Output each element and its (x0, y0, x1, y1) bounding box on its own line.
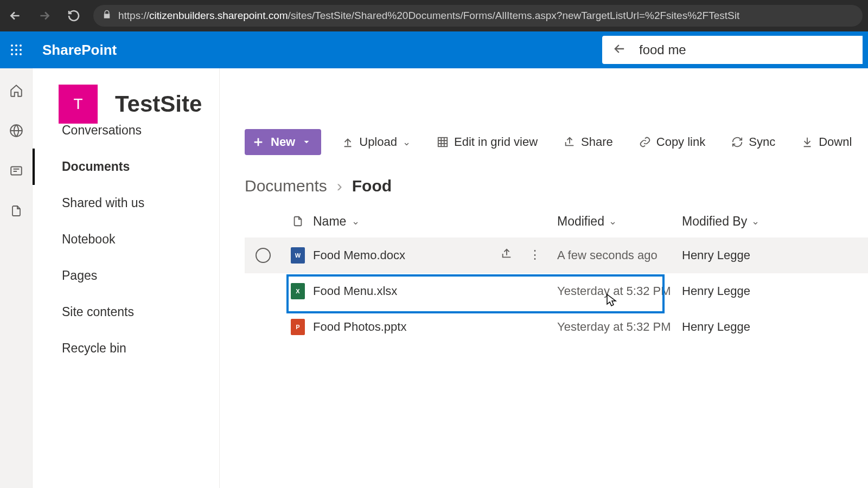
svg-rect-10 (11, 166, 22, 175)
new-button-label: New (271, 135, 295, 149)
svg-point-0 (11, 44, 13, 47)
site-header: T TestSite (59, 85, 202, 124)
command-bar: New Upload ⌄ Edit in grid view Share Cop… (220, 123, 868, 162)
copy-link-button[interactable]: Copy link (634, 131, 711, 153)
lock-icon (102, 10, 112, 22)
main-content: New Upload ⌄ Edit in grid view Share Cop… (220, 68, 868, 488)
modified-cell: Yesterday at 5:32 PM (557, 284, 682, 298)
site-logo[interactable]: T (59, 85, 98, 124)
svg-point-6 (11, 53, 13, 55)
file-name[interactable]: Food Photos.pptx (313, 320, 406, 334)
excel-file-icon: X (291, 283, 305, 299)
back-button[interactable] (5, 6, 25, 25)
nav-item-notebook[interactable]: Notebook (33, 221, 219, 258)
svg-point-1 (15, 44, 17, 47)
column-modified-by[interactable]: Modified By⌄ (682, 214, 807, 229)
nav-item-documents[interactable]: Documents (33, 149, 219, 185)
breadcrumb-current: Food (352, 177, 392, 195)
svg-point-5 (20, 49, 22, 51)
svg-point-2 (20, 44, 22, 47)
news-icon[interactable] (9, 164, 23, 180)
file-type-icon[interactable] (283, 214, 313, 228)
app-launcher-icon[interactable] (5, 39, 27, 61)
svg-point-4 (15, 49, 17, 51)
modified-by-cell[interactable]: Henry Legge (682, 248, 807, 262)
share-icon[interactable] (501, 248, 513, 263)
table-row[interactable]: XFood Menu.xlsxYesterday at 5:32 PMHenry… (245, 273, 868, 309)
home-icon[interactable] (9, 84, 23, 100)
left-rail (0, 68, 33, 488)
modified-cell: Yesterday at 5:32 PM (557, 320, 682, 334)
download-button[interactable]: Downl (796, 131, 857, 153)
breadcrumb: Documents › Food (220, 162, 868, 205)
svg-point-8 (20, 53, 22, 55)
nav-item-pages[interactable]: Pages (33, 258, 219, 294)
word-file-icon: W (291, 247, 305, 264)
reload-button[interactable] (64, 6, 84, 25)
upload-button[interactable]: Upload ⌄ (336, 131, 416, 153)
search-input[interactable] (639, 42, 853, 57)
row-select-circle[interactable] (256, 248, 271, 263)
svg-point-7 (15, 53, 17, 55)
file-name[interactable]: Food Menu.xlsx (313, 284, 397, 298)
files-icon[interactable] (10, 204, 23, 220)
table-row[interactable]: PFood Photos.pptxYesterday at 5:32 PMHen… (245, 309, 868, 345)
share-button[interactable]: Share (558, 131, 618, 153)
new-button[interactable]: New (245, 129, 321, 155)
column-name[interactable]: Name⌄ (313, 214, 557, 229)
site-title[interactable]: TestSite (115, 91, 202, 117)
sync-button[interactable]: Sync (726, 131, 781, 153)
file-name[interactable]: Food Memo.docx (313, 248, 405, 262)
nav-item-shared-with-us[interactable]: Shared with us (33, 185, 219, 221)
back-arrow-icon[interactable] (612, 41, 627, 59)
svg-point-3 (11, 49, 13, 51)
nav-item-recycle-bin[interactable]: Recycle bin (33, 330, 219, 367)
modified-by-cell[interactable]: Henry Legge (682, 320, 807, 334)
breadcrumb-root[interactable]: Documents (245, 177, 327, 195)
suite-title[interactable]: SharePoint (42, 42, 117, 59)
modified-by-cell[interactable]: Henry Legge (682, 284, 807, 298)
nav-item-site-contents[interactable]: Site contents (33, 294, 219, 330)
column-modified[interactable]: Modified⌄ (557, 214, 682, 229)
chevron-right-icon: › (337, 177, 342, 195)
table-row[interactable]: WFood Memo.docx⋮A few seconds agoHenry L… (245, 237, 868, 273)
address-bar[interactable]: https://citizenbuilders.sharepoint.com/s… (93, 5, 863, 27)
modified-cell: A few seconds ago (557, 248, 682, 262)
document-list: Name⌄ Modified⌄ Modified By⌄ WFood Memo.… (220, 205, 868, 345)
search-box[interactable] (602, 36, 863, 64)
suite-bar: SharePoint (0, 31, 868, 68)
globe-icon[interactable] (9, 124, 23, 140)
edit-grid-button[interactable]: Edit in grid view (431, 131, 543, 153)
left-nav: HomeConversationsDocumentsShared with us… (33, 68, 220, 488)
url-text: https://citizenbuilders.sharepoint.com/s… (118, 10, 739, 22)
browser-toolbar: https://citizenbuilders.sharepoint.com/s… (0, 0, 868, 31)
ppt-file-icon: P (291, 319, 305, 335)
column-header-row: Name⌄ Modified⌄ Modified By⌄ (245, 205, 868, 237)
svg-rect-11 (438, 138, 448, 147)
more-icon[interactable]: ⋮ (529, 248, 541, 263)
forward-button[interactable] (35, 6, 54, 25)
